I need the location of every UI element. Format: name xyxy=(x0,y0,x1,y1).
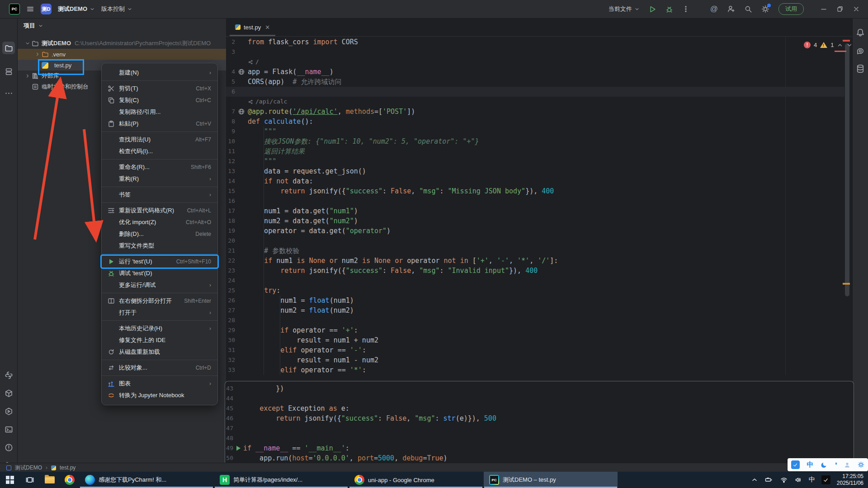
code-line[interactable]: 30 result = num1 + num2 xyxy=(226,335,844,345)
code-line[interactable]: 49 if __name__ == '__main__': xyxy=(225,443,854,453)
code-line[interactable]: 43 }) xyxy=(225,384,854,394)
chrome-icon[interactable] xyxy=(60,472,80,488)
menu-item[interactable]: 新建(N) › xyxy=(102,67,217,79)
code-line[interactable]: 29 if operator == '+': xyxy=(226,325,844,335)
code-line[interactable]: 23 return jsonify({"success": False, "ms… xyxy=(226,266,844,276)
run-config-selector[interactable]: 当前文件 xyxy=(609,5,640,13)
terminal-icon[interactable] xyxy=(2,423,15,436)
tree-item[interactable]: 测试DEMOC:\Users\Administrator\PycharmProj… xyxy=(17,38,226,49)
close-button[interactable] xyxy=(853,5,860,13)
menu-item[interactable]: 调试 'test'(D) xyxy=(102,267,217,279)
code-line[interactable]: 26 num1 = float(num1) xyxy=(226,296,844,305)
menu-item[interactable]: 重构(R) › xyxy=(102,173,217,185)
inspections-widget[interactable]: ! 4 1 xyxy=(804,42,853,48)
tab-close-icon[interactable]: ✕ xyxy=(265,24,270,31)
menu-item[interactable]: 重写文件类型 xyxy=(102,240,217,252)
more-icon[interactable] xyxy=(2,87,15,99)
debug-button[interactable] xyxy=(665,5,673,13)
code-line[interactable]: 20 xyxy=(226,236,844,246)
menu-item[interactable]: 复制路径/引用... xyxy=(102,106,217,118)
code-line[interactable]: 19 operator = data.get("operator") xyxy=(226,226,844,236)
code-line[interactable]: 13 data = request.get_json() xyxy=(226,166,844,176)
menu-item[interactable]: 检查代码(I)... xyxy=(102,145,217,157)
python-console-icon[interactable] xyxy=(2,369,15,381)
start-icon[interactable] xyxy=(0,472,20,488)
code-line[interactable]: 11 返回计算结果 xyxy=(226,146,844,156)
code-line[interactable]: 47 xyxy=(225,423,854,433)
error-stripe-mark[interactable] xyxy=(843,40,850,42)
add-user-icon[interactable] xyxy=(727,5,735,13)
trial-badge[interactable]: 试用 xyxy=(778,3,804,15)
code-line[interactable]: 50 app.run(host='0.0.0.0', port=5000, de… xyxy=(225,453,854,463)
code-line[interactable]: 14 if not data: xyxy=(226,176,844,186)
user-icon[interactable] xyxy=(844,461,851,469)
run-button[interactable] xyxy=(649,5,656,13)
code-line[interactable]: 12 """ xyxy=(226,156,844,166)
night-mode-icon[interactable] xyxy=(821,461,828,469)
battery-icon[interactable] xyxy=(764,476,774,483)
symbols-icon[interactable]: ’’ xyxy=(835,461,836,469)
code-line[interactable]: 16 xyxy=(226,196,844,206)
menu-item[interactable]: 剪切(T) Ctrl+X xyxy=(102,83,217,94)
services-icon[interactable] xyxy=(2,405,15,418)
ai-assistant-icon[interactable] xyxy=(856,47,865,56)
project-icon[interactable] xyxy=(2,42,15,54)
chevron-down-icon[interactable] xyxy=(38,23,43,28)
code-line[interactable]: 9 """ xyxy=(226,127,844,136)
menu-item[interactable]: 粘贴(P) Ctrl+V xyxy=(102,118,217,130)
code-line[interactable]: 24 xyxy=(226,276,844,286)
globe-gutter-icon[interactable] xyxy=(235,68,248,75)
menu-item[interactable]: 比较对象... Ctrl+D xyxy=(102,362,217,374)
menu-item[interactable]: 图表 › xyxy=(102,378,217,389)
more-actions-icon[interactable] xyxy=(682,5,689,13)
tree-item[interactable]: .venv xyxy=(17,49,226,60)
menu-item[interactable]: 修复文件上的 IDE xyxy=(102,334,217,346)
code-line[interactable]: 17 num1 = data.get("num1") xyxy=(226,206,844,216)
problems-icon[interactable] xyxy=(2,441,15,454)
prev-problem-icon[interactable] xyxy=(837,42,843,48)
tray-expand-icon[interactable] xyxy=(751,476,758,483)
taskbar-task[interactable]: uni-app - Google Chrome xyxy=(349,472,483,488)
menu-item[interactable]: 优化 import(Z) Ctrl+Alt+O xyxy=(102,216,217,228)
menu-item[interactable]: 打开于 › xyxy=(102,307,217,319)
ime-cn-icon[interactable]: 中 xyxy=(807,460,813,469)
menu-item[interactable]: 书签 › xyxy=(102,189,217,201)
code-line[interactable]: 28 xyxy=(226,315,844,325)
code-line[interactable]: 10 接收JSON参数: {"num1": 10, "num2": 5, "op… xyxy=(226,136,844,146)
menu-item[interactable]: 复制(C) Ctrl+C xyxy=(102,94,217,106)
settings-gear-icon[interactable] xyxy=(761,5,769,13)
explorer-icon[interactable] xyxy=(40,472,60,488)
tree-chevron-icon[interactable] xyxy=(24,73,31,79)
code-line[interactable]: 7 @app.route('/api/calc', methods=['POST… xyxy=(226,107,844,117)
menu-item[interactable]: 重命名(R)... Shift+F6 xyxy=(102,161,217,173)
sogou-tray-icon[interactable] xyxy=(821,475,830,484)
tree-chevron-icon[interactable] xyxy=(24,41,31,46)
code-line[interactable]: 4 app = Flask(__name__) xyxy=(226,67,844,77)
code-line[interactable]: 31 elif operator == '-': xyxy=(226,345,844,355)
menu-item[interactable]: 删除(D)... Delete xyxy=(102,228,217,240)
menu-item[interactable]: 本地历史记录(H) › xyxy=(102,323,217,334)
search-icon[interactable] xyxy=(744,5,752,13)
wifi-icon[interactable] xyxy=(780,476,788,483)
code-line[interactable]: 27 num2 = float(num2) xyxy=(226,305,844,315)
code-line[interactable]: 33 elif operator == '*': xyxy=(226,365,844,375)
notifications-icon[interactable] xyxy=(856,28,865,37)
code-line[interactable]: 25 try: xyxy=(226,286,844,296)
tree-chevron-icon[interactable] xyxy=(33,52,41,57)
project-badge[interactable]: 测D xyxy=(41,4,52,14)
code-line[interactable]: 46 return jsonify({"success": False, "ms… xyxy=(225,413,854,423)
menu-item[interactable]: 转换为 Jupyter Notebook xyxy=(102,389,217,401)
menu-item[interactable]: 查找用法(U) Alt+F7 xyxy=(102,134,217,145)
run-gutter-icon[interactable] xyxy=(233,445,243,452)
code-line[interactable]: 6 xyxy=(226,87,844,97)
taskbar-task[interactable]: 感谢您下载PyCharm! 和... xyxy=(80,472,213,488)
warning-stripe-mark[interactable] xyxy=(843,283,850,285)
code-line[interactable]: 48 xyxy=(225,433,854,443)
editor-scrollbar[interactable] xyxy=(845,43,849,296)
taskbar-task[interactable]: PC 测试DEMO – test.py xyxy=(484,472,618,488)
menu-item[interactable]: 在右侧拆分部分打开 Shift+Enter xyxy=(102,295,217,307)
menu-item[interactable]: 重新设置代码格式(R) Ctrl+Alt+L xyxy=(102,205,217,216)
vcs-selector[interactable]: 版本控制 xyxy=(101,5,132,13)
code-line[interactable]: 5 CORS(app) # 允许跨域访问 xyxy=(226,77,844,87)
breadcrumb-project[interactable]: 测试DEMO xyxy=(15,464,42,472)
